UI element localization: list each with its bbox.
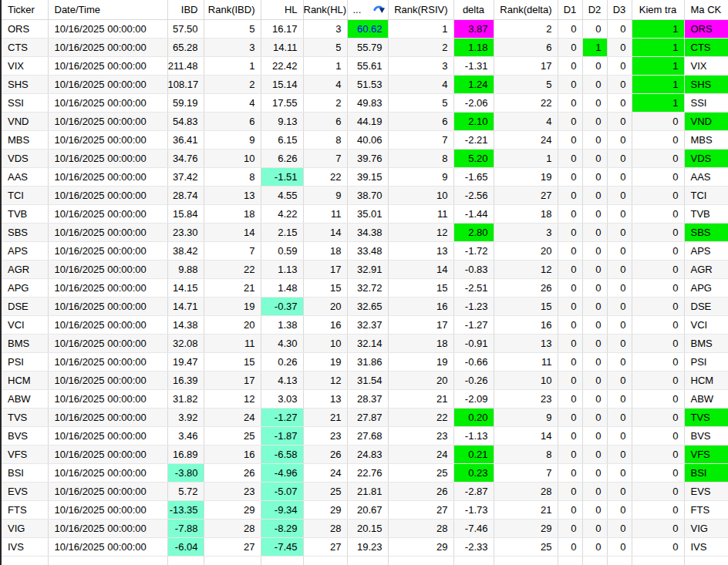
column-header-d1[interactable]: D1 — [558, 0, 582, 20]
exploration-window: TickerDate/TimeIBDRank(IBD)HLRank(HL)...… — [0, 0, 728, 565]
table-row[interactable]: VCI10/16/2025 00:00:0014.38201.381632.37… — [2, 316, 728, 335]
table-row[interactable]: VND10/16/2025 00:00:0054.8369.13644.1962… — [2, 113, 728, 131]
cell-ma_ck: IVS — [684, 538, 728, 557]
column-header-d3[interactable]: D3 — [607, 0, 632, 20]
cell-delta: -2.51 — [453, 279, 494, 298]
column-header-rank_ibd[interactable]: Rank(IBD) — [204, 0, 261, 20]
cell-ibd: 14.38 — [167, 316, 204, 335]
table-row[interactable]: APS10/16/2025 00:00:0038.4270.591833.481… — [2, 242, 728, 261]
column-header-rsiv[interactable]: ... — [347, 0, 388, 20]
table-row[interactable]: IVS10/16/2025 00:00:00-6.0427-7.452719.2… — [2, 538, 728, 557]
table-row[interactable]: ORS10/16/2025 00:00:0057.50516.17360.621… — [2, 20, 728, 39]
column-header-datetime[interactable]: Date/Time — [48, 0, 167, 20]
cell-rank_delta: 1 — [494, 150, 558, 168]
cell-delta: 1.24 — [453, 76, 494, 94]
column-header-delta[interactable]: delta — [453, 0, 494, 20]
cell-rank_ibd: 23 — [204, 483, 261, 501]
cell-rank_ibd: 16 — [204, 446, 261, 464]
table-row[interactable]: BMS10/16/2025 00:00:0032.08114.301032.14… — [2, 335, 728, 353]
table-row[interactable]: AAS10/16/2025 00:00:0037.428-1.512239.15… — [2, 168, 728, 187]
cell-d1: 0 — [558, 94, 582, 113]
cell-rsiv: 20.15 — [347, 520, 388, 538]
cell-rank_ibd: 12 — [204, 390, 261, 409]
column-header-rank_delta[interactable]: Rank(delta) — [494, 0, 558, 20]
cell-rank_hl: 22 — [303, 168, 347, 187]
cell-datetime: 10/16/2025 00:00:00 — [48, 20, 167, 39]
cell-ma_ck: TVS — [684, 409, 728, 427]
table-row[interactable]: VFS10/16/2025 00:00:0016.8916-6.582624.8… — [2, 446, 728, 464]
cell-kiem_tra: 1 — [632, 39, 684, 57]
empty-cell — [261, 557, 303, 565]
column-header-ma_ck[interactable]: Ma CK — [684, 0, 728, 20]
cell-hl: -5.07 — [261, 483, 303, 501]
cell-datetime: 10/16/2025 00:00:00 — [48, 483, 167, 501]
cell-d3: 0 — [607, 464, 632, 483]
table-row[interactable]: SSI10/16/2025 00:00:0059.19417.55249.835… — [2, 94, 728, 113]
table-row[interactable]: SBS10/16/2025 00:00:0023.30142.151434.38… — [2, 224, 728, 242]
column-header-d2[interactable]: D2 — [582, 0, 607, 20]
table-row[interactable]: BVS10/16/2025 00:00:003.4625-1.872327.68… — [2, 427, 728, 446]
cell-d2: 0 — [582, 483, 607, 501]
cell-ma_ck: VDS — [684, 150, 728, 168]
cell-d3: 0 — [607, 298, 632, 316]
table-row[interactable]: HCM10/16/2025 00:00:0016.39174.131231.54… — [2, 372, 728, 390]
table-row[interactable]: VDS10/16/2025 00:00:0034.76106.26739.768… — [2, 150, 728, 168]
cell-ma_ck: SHS — [684, 76, 728, 94]
cell-d3: 0 — [607, 20, 632, 39]
cell-rank_rsiv: 15 — [388, 279, 453, 298]
table-row[interactable]: PSI10/16/2025 00:00:0019.47150.261931.86… — [2, 353, 728, 372]
table-row[interactable]: MBS10/16/2025 00:00:0036.4196.15840.067-… — [2, 131, 728, 150]
table-row[interactable]: AGR10/16/2025 00:00:009.88221.131732.911… — [2, 261, 728, 279]
cell-datetime: 10/16/2025 00:00:00 — [48, 168, 167, 187]
table-row[interactable]: TVS10/16/2025 00:00:003.9224-1.272127.87… — [2, 409, 728, 427]
column-header-rank_hl[interactable]: Rank(HL) — [303, 0, 347, 20]
empty-cell — [582, 557, 607, 565]
cell-rsiv: 21.81 — [347, 483, 388, 501]
cell-kiem_tra: 0 — [632, 427, 684, 446]
table-row[interactable]: FTS10/16/2025 00:00:00-13.3529-9.342920.… — [2, 501, 728, 520]
cell-rank_hl: 9 — [303, 187, 347, 205]
table-row[interactable]: TVB10/16/2025 00:00:0015.84184.221135.01… — [2, 205, 728, 224]
table-row[interactable]: VIG10/16/2025 00:00:00-7.8828-8.292820.1… — [2, 520, 728, 538]
cell-d2: 0 — [582, 224, 607, 242]
cell-rank_delta: 4 — [494, 113, 558, 131]
table-row[interactable]: EVS10/16/2025 00:00:005.7223-5.072521.81… — [2, 483, 728, 501]
cell-d3: 0 — [607, 150, 632, 168]
cell-ma_ck: ABW — [684, 390, 728, 409]
cell-d3: 0 — [607, 113, 632, 131]
column-header-ticker[interactable]: Ticker — [2, 0, 48, 20]
cell-rank_hl: 11 — [303, 205, 347, 224]
column-header-kiem_tra[interactable]: Kiem tra — [632, 0, 684, 20]
cell-ticker: APG — [2, 279, 48, 298]
cell-rank_rsiv: 18 — [388, 335, 453, 353]
cell-delta: -2.09 — [453, 390, 494, 409]
table-row[interactable]: TCI10/16/2025 00:00:0028.74134.55938.701… — [2, 187, 728, 205]
cell-kiem_tra: 0 — [632, 520, 684, 538]
column-header-hl[interactable]: HL — [261, 0, 303, 20]
cell-delta: -2.56 — [453, 187, 494, 205]
cell-ma_ck: CTS — [684, 39, 728, 57]
table-row[interactable]: DSE10/16/2025 00:00:0014.7119-0.372032.6… — [2, 298, 728, 316]
cell-rank_delta: 18 — [494, 205, 558, 224]
cell-rank_ibd: 8 — [204, 168, 261, 187]
cell-ticker: TVB — [2, 205, 48, 224]
cell-hl: -8.29 — [261, 520, 303, 538]
cell-d1: 0 — [558, 168, 582, 187]
cell-delta: 5.20 — [453, 150, 494, 168]
column-header-ibd[interactable]: IBD — [167, 0, 204, 20]
cell-ibd: -7.88 — [167, 520, 204, 538]
table-row[interactable]: BSI10/16/2025 00:00:00-3.8026-4.962422.7… — [2, 464, 728, 483]
cell-delta: -2.87 — [453, 483, 494, 501]
column-header-rank_rsiv[interactable]: Rank(RSIV) — [388, 0, 453, 20]
cell-delta: 3.87 — [453, 20, 494, 39]
table-row[interactable]: SHS10/16/2025 00:00:00108.17215.14451.53… — [2, 76, 728, 94]
cell-d3: 0 — [607, 261, 632, 279]
cell-ibd: 14.71 — [167, 298, 204, 316]
table-row[interactable]: APG10/16/2025 00:00:0014.15211.481532.72… — [2, 279, 728, 298]
table-row[interactable]: VIX10/16/2025 00:00:00211.48122.42155.61… — [2, 57, 728, 76]
table-row[interactable]: CTS10/16/2025 00:00:0065.28314.11555.792… — [2, 39, 728, 57]
table-row[interactable]: ABW10/16/2025 00:00:0031.82123.031328.37… — [2, 390, 728, 409]
cell-d3: 0 — [607, 57, 632, 76]
cell-ticker: AGR — [2, 261, 48, 279]
cell-rank_hl: 4 — [303, 76, 347, 94]
